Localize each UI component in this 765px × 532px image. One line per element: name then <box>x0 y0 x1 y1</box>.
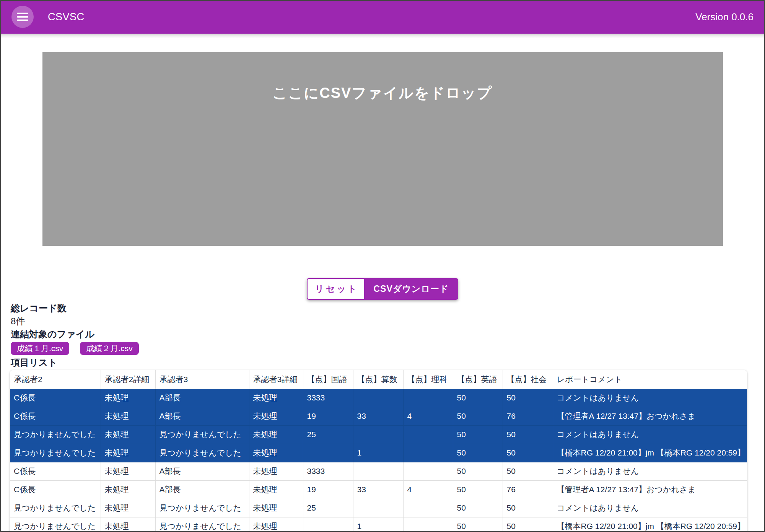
table-cell <box>403 389 453 407</box>
csv-dropzone[interactable]: ここにCSVファイルをドロップ <box>42 52 723 246</box>
table-cell: 未処理 <box>249 444 303 462</box>
table-row[interactable]: 見つかりませんでした未処理見つかりませんでした未処理255050コメントはありま… <box>10 425 747 444</box>
column-header: 【点】社会 <box>503 370 553 389</box>
table-cell: 見つかりませんでした <box>10 499 101 517</box>
table-cell <box>353 389 403 407</box>
table-cell: A部長 <box>155 407 249 425</box>
table-cell: 【橋本RG 12/20 21:00】jm 【橋本RG 12/20 20:59】 <box>553 517 747 532</box>
app-bar: CSVSC Version 0.0.6 <box>0 0 765 34</box>
total-records-value: 8件 <box>11 316 765 327</box>
table-cell: 未処理 <box>101 444 155 462</box>
table-cell: 50 <box>503 444 553 462</box>
table-cell <box>403 444 453 462</box>
table-cell: 見つかりませんでした <box>155 425 249 444</box>
table-cell: 未処理 <box>101 425 155 444</box>
table-cell: 未処理 <box>249 499 303 517</box>
app-title: CSVSC <box>48 11 85 23</box>
table-cell: 未処理 <box>249 389 303 407</box>
table-cell: 3333 <box>303 462 353 480</box>
table-row[interactable]: C係長未処理A部長未処理193345076【管理者A 12/27 13:47】お… <box>10 480 747 499</box>
table-row[interactable]: 見つかりませんでした未処理見つかりませんでした未処理15050【橋本RG 12/… <box>10 444 747 462</box>
files-label: 連結対象のファイル <box>11 329 765 340</box>
table-cell: 未処理 <box>249 462 303 480</box>
table-cell <box>303 444 353 462</box>
table-cell: 1 <box>353 444 403 462</box>
table-cell: A部長 <box>155 389 249 407</box>
summary-section: 総レコード数 8件 連結対象のファイル 成績１月.csv成績２月.csv 項目リ… <box>11 303 765 368</box>
table-cell: 50 <box>503 517 553 532</box>
csv-download-button[interactable]: CSVダウンロード <box>364 278 458 300</box>
column-header: 承認者3 <box>155 370 249 389</box>
column-header: 承認者2詳細 <box>101 370 155 389</box>
table-cell <box>353 499 403 517</box>
table-cell: 未処理 <box>249 517 303 532</box>
table-body: C係長未処理A部長未処理33335050コメントはありませんC係長未処理A部長未… <box>10 389 747 532</box>
table-cell: 50 <box>503 462 553 480</box>
table-cell: 25 <box>303 425 353 444</box>
file-chips: 成績１月.csv成績２月.csv <box>11 342 765 355</box>
table-cell <box>353 425 403 444</box>
hamburger-icon <box>17 11 28 23</box>
table-cell: 未処理 <box>101 480 155 499</box>
table-cell: 33 <box>353 480 403 499</box>
table-cell: 見つかりませんでした <box>10 517 101 532</box>
table-cell: 未処理 <box>101 389 155 407</box>
table-cell: 【管理者A 12/27 13:47】おつかれさま <box>553 480 747 499</box>
table-row[interactable]: C係長未処理A部長未処理33335050コメントはありません <box>10 462 747 480</box>
dropzone-label: ここにCSVファイルをドロップ <box>42 83 723 103</box>
table-row[interactable]: C係長未処理A部長未処理193345076【管理者A 12/27 13:47】お… <box>10 407 747 425</box>
column-header: 承認者2 <box>10 370 101 389</box>
table-cell: 未処理 <box>249 480 303 499</box>
table-cell: 19 <box>303 480 353 499</box>
table-cell: 33 <box>353 407 403 425</box>
table-cell: A部長 <box>155 462 249 480</box>
table-cell <box>403 462 453 480</box>
total-records-label: 総レコード数 <box>11 303 765 314</box>
table-cell: 50 <box>453 480 503 499</box>
table-cell: 76 <box>503 480 553 499</box>
table-cell: 未処理 <box>101 499 155 517</box>
table-cell: 見つかりませんでした <box>155 517 249 532</box>
table-cell: C係長 <box>10 480 101 499</box>
table-row[interactable]: 見つかりませんでした未処理見つかりませんでした未処理15050【橋本RG 12/… <box>10 517 747 532</box>
column-header: レポートコメント <box>553 370 747 389</box>
app-bar-shadow <box>0 34 765 38</box>
table-cell: 見つかりませんでした <box>10 425 101 444</box>
table-cell: 見つかりませんでした <box>10 444 101 462</box>
table-cell: コメントはありません <box>553 389 747 407</box>
main-content: ここにCSVファイルをドロップ リセット CSVダウンロード 総レコード数 8件… <box>0 52 765 532</box>
table-cell: コメントはありません <box>553 462 747 480</box>
table-cell: 未処理 <box>101 517 155 532</box>
table-cell: 見つかりませんでした <box>155 499 249 517</box>
table-cell: C係長 <box>10 462 101 480</box>
table-cell <box>353 462 403 480</box>
table-cell: 1 <box>353 517 403 532</box>
table-cell: 50 <box>453 444 503 462</box>
version-label: Version 0.0.6 <box>695 11 754 23</box>
actions-row: リセット CSVダウンロード <box>0 278 765 300</box>
table-cell: A部長 <box>155 480 249 499</box>
table-cell: 50 <box>453 425 503 444</box>
table-cell: 50 <box>503 425 553 444</box>
column-header: 承認者3詳細 <box>249 370 303 389</box>
table-cell: 50 <box>453 499 503 517</box>
table-cell: 25 <box>303 499 353 517</box>
table-cell: C係長 <box>10 407 101 425</box>
column-header: 【点】理科 <box>403 370 453 389</box>
table-row[interactable]: C係長未処理A部長未処理33335050コメントはありません <box>10 389 747 407</box>
items-list-label: 項目リスト <box>11 357 765 368</box>
table-cell: 76 <box>503 407 553 425</box>
menu-button[interactable] <box>11 6 34 28</box>
table-cell: 4 <box>403 407 453 425</box>
table-cell: 未処理 <box>249 425 303 444</box>
table-cell <box>303 517 353 532</box>
table-cell: 50 <box>453 407 503 425</box>
table-cell: 50 <box>503 499 553 517</box>
table-row[interactable]: 見つかりませんでした未処理見つかりませんでした未処理255050コメントはありま… <box>10 499 747 517</box>
table-cell: 19 <box>303 407 353 425</box>
items-table-container: 承認者2承認者2詳細承認者3承認者3詳細【点】国語【点】算数【点】理科【点】英語… <box>10 370 747 532</box>
button-group: リセット CSVダウンロード <box>307 278 458 300</box>
reset-button[interactable]: リセット <box>307 278 364 300</box>
table-cell: 3333 <box>303 389 353 407</box>
table-cell: 【管理者A 12/27 13:47】おつかれさま <box>553 407 747 425</box>
